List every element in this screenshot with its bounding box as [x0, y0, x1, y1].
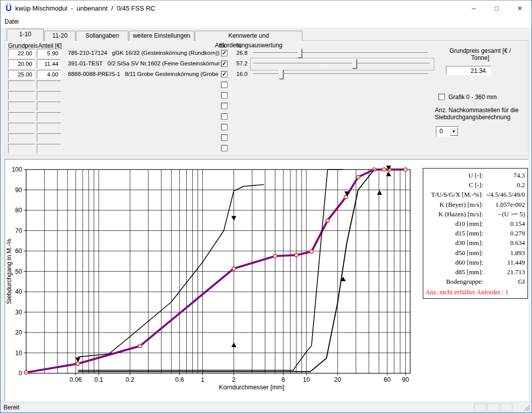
grundpreis-input[interactable] [8, 144, 35, 153]
svg-text:50: 50 [15, 268, 22, 275]
stats-label: d15 [mm]: [425, 228, 483, 238]
menu-item-datei[interactable]: Datei [1, 16, 23, 27]
grundpreis-input[interactable]: 20.00 [8, 59, 35, 68]
grundpreis-input[interactable] [8, 102, 35, 111]
maximize-button[interactable]: □ [485, 1, 508, 16]
stats-row: K (Hazen) [m/s]:- (U >= 5) [425, 209, 525, 219]
fix-checkbox[interactable] [221, 145, 227, 151]
fix-checkbox[interactable]: ✓ [221, 60, 227, 67]
app-icon: Ü [6, 4, 12, 14]
fix-checkbox[interactable] [221, 134, 227, 141]
svg-text:80: 80 [15, 207, 22, 214]
anteil-input[interactable]: 4.00 [37, 70, 61, 79]
stats-row: d50 [mm]:1.893 [425, 248, 525, 258]
anteil-input[interactable] [37, 133, 61, 142]
material-label: 8888-0088-PREIS-1 8/11 Grobe Gesteinskör… [68, 71, 220, 78]
svg-text:0.6: 0.6 [175, 376, 184, 383]
slider-thumb[interactable] [352, 59, 357, 68]
stats-label: C [-]: [425, 180, 483, 190]
material-label: 391-01-TEST 0/2 SiSa SV Nr.1602 (Feine G… [68, 60, 220, 67]
stats-row: U [-]:74.3 [425, 171, 525, 180]
stats-row: d85 [mm]:21.713 [425, 267, 525, 277]
close-button[interactable]: ✕ [508, 1, 531, 16]
grundpreis-input[interactable]: 25.00 [8, 70, 35, 79]
stats-label: U [-]: [425, 171, 483, 180]
svg-text:0.1: 0.1 [94, 376, 103, 383]
fix-checkbox[interactable]: ✓ [221, 50, 227, 56]
fix-checkbox[interactable] [221, 92, 227, 99]
tab-1-10[interactable]: 1-10 [7, 29, 44, 41]
anteil-input[interactable] [37, 112, 61, 121]
fix-checkbox[interactable] [221, 81, 227, 88]
window-controls: – □ ✕ [462, 1, 531, 16]
menu-bar: Datei [1, 16, 531, 28]
grundpreis-input[interactable] [8, 133, 35, 142]
tab-kennwerte-und-anforderungsauswertung[interactable]: Kennwerte und Anforderungsauswertung [195, 31, 302, 41]
stats-label: d85 [mm]: [425, 267, 483, 277]
grafik-checkbox[interactable] [438, 94, 445, 100]
minimize-button[interactable]: – [462, 1, 485, 16]
anteil-slider[interactable] [253, 63, 430, 64]
stats-warning: Anz. nicht erfüllter Anforder.: 1 [425, 287, 525, 297]
svg-text:2: 2 [232, 376, 236, 383]
grundpreis-input[interactable] [8, 80, 35, 90]
stats-row: d10 [mm]:0.154 [425, 219, 525, 228]
stats-label: T/U/S/G/X [M.-%]: [425, 190, 483, 199]
anteil-input[interactable] [37, 91, 61, 100]
slider-thumb[interactable] [279, 69, 283, 79]
grundpreis-input[interactable] [8, 112, 35, 121]
nachkomma-label: Anz. Nachkommastellen für die Siebdurchg… [435, 107, 528, 121]
grundpreis-input[interactable]: 22.00 [8, 49, 35, 58]
svg-text:Siebdurchgang in M.-%: Siebdurchgang in M.-% [6, 239, 13, 304]
grundpreis-input[interactable] [8, 123, 35, 132]
svg-text:10: 10 [303, 376, 310, 383]
slider-thumb[interactable] [297, 48, 302, 58]
fix-checkbox[interactable] [221, 124, 227, 130]
stats-label: d60 [mm]: [425, 258, 483, 267]
title-bar: Ü kwüp Mischmodul - unbenannt / 0/45 FSS… [1, 1, 531, 16]
tab-sollangaben[interactable]: Sollangaben [76, 31, 128, 41]
stats-row: C [-]:0.2 [425, 180, 525, 190]
anteil-input[interactable] [37, 102, 61, 111]
svg-text:60: 60 [15, 247, 22, 255]
series-grenzlinie-grob-rechts [78, 170, 374, 372]
status-panel [474, 403, 486, 411]
tab-11-20[interactable]: 11-20 [44, 31, 75, 41]
svg-text:10: 10 [15, 350, 22, 357]
stats-value: 1.057e-002 [483, 200, 525, 209]
grundpreis-input[interactable] [8, 91, 35, 100]
anteil-header: Anteil [€] [38, 42, 62, 49]
grafik-label: Grafik 0 - 360 mm [448, 94, 497, 101]
svg-text:0: 0 [19, 370, 22, 377]
tab-weitere-einstellungen[interactable]: weitere Einstellungen [129, 31, 194, 41]
resize-grip[interactable] [523, 404, 530, 411]
stats-box: U [-]:74.3C [-]:0.2T/U/S/G/X [M.-%]:-/4.… [423, 168, 528, 299]
nachkomma-dropdown[interactable]: 0▼ [436, 126, 459, 137]
chart-axis-labels: 0.060.10.20.6126102060900102030405060708… [6, 166, 409, 391]
fix-checkbox[interactable]: ✓ [221, 71, 227, 77]
svg-text:90: 90 [402, 376, 409, 383]
svg-text:100: 100 [12, 166, 22, 173]
anteil-slider[interactable] [253, 52, 428, 53]
svg-text:20: 20 [334, 376, 341, 383]
fix-checkbox[interactable] [221, 113, 227, 120]
anteil-input[interactable]: 11.44 [37, 59, 61, 68]
svg-text:1: 1 [201, 376, 204, 383]
anteil-input[interactable] [37, 144, 61, 153]
stats-value: GI [483, 277, 525, 286]
dropdown-arrow-icon[interactable]: ▼ [449, 127, 458, 136]
series-mischungssieblinie [24, 168, 407, 374]
stats-label: d10 [mm]: [425, 219, 483, 228]
anteil-input[interactable] [37, 123, 61, 132]
stats-label: K (Beyer) [m/s]: [425, 200, 483, 209]
chart-grid [26, 170, 410, 373]
svg-text:30: 30 [15, 309, 22, 316]
fix-checkbox[interactable] [221, 103, 227, 109]
stats-value: 0.279 [483, 228, 525, 238]
status-bar: Bereit [1, 402, 531, 412]
anteil-input[interactable]: 5.90 [37, 49, 61, 58]
svg-text:0.2: 0.2 [126, 376, 134, 383]
anteil-input[interactable] [37, 80, 61, 90]
status-text: Bereit [4, 404, 19, 411]
stats-label: d30 [mm]: [425, 238, 483, 247]
